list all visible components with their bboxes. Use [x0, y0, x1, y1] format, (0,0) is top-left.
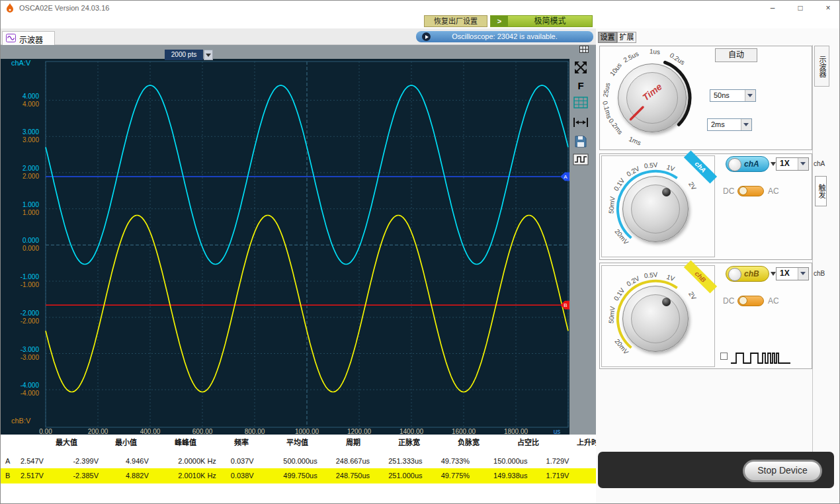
grid-toggle-icon[interactable] [572, 97, 589, 112]
side-tab-oscilloscope[interactable]: 示波器 [814, 46, 829, 87]
tab-settings[interactable]: 设置 [598, 32, 617, 43]
chA-knob-indicator-dot [662, 188, 671, 196]
maximize-button[interactable]: □ [789, 1, 812, 15]
window-title: OSCA02E Version 24.03.16 [19, 4, 109, 12]
chA-probe-select[interactable]: 1X [776, 157, 809, 171]
measurement-value-cell: 150.000us [491, 454, 543, 468]
chA-y-tick: 0.000 [1, 237, 39, 244]
chA-coupling-toggle[interactable] [737, 186, 764, 196]
measurement-value-cell: 2.517V [18, 468, 70, 483]
measurement-value-cell: 149.938us [491, 468, 543, 483]
measurement-header-spacer [1, 436, 18, 449]
stop-device-button[interactable]: Stop Device [743, 460, 822, 482]
minimize-button[interactable]: – [761, 1, 784, 15]
factory-reset-button[interactable]: 恢复出厂设置 [424, 15, 487, 27]
device-control-panel: Stop Device [598, 452, 834, 488]
mini-grid-icon[interactable] [579, 46, 589, 53]
chA-y-tick: 2.000 [1, 165, 39, 172]
measurement-value-cell: 4.946V [123, 454, 175, 468]
minimal-mode-button[interactable]: > 极简模式 [490, 15, 593, 27]
chB-y-tick: -4.000 [1, 390, 39, 397]
measurement-table: 最大值最小值峰峰值频率平均值周期正脉宽负脉宽占空比上升时间有效值 A2.547V… [1, 435, 596, 483]
tab-oscilloscope-label: 示波器 [19, 34, 43, 45]
measurement-value-cell: -2.399V [70, 454, 122, 468]
sine-wave-icon [6, 34, 16, 42]
points-dropdown[interactable]: 2000 pts [165, 50, 203, 60]
tab-oscilloscope[interactable]: 示波器 [2, 31, 55, 45]
measurement-header-cell: 占空比 [480, 436, 539, 449]
measurement-value-cell: 1.719V [544, 468, 596, 483]
marker-flag-label: A [564, 174, 567, 180]
measurement-value-cell: 1.729V [544, 454, 596, 468]
chA-y-tick: 4.000 [1, 93, 39, 100]
f-mode-button[interactable]: F [572, 78, 589, 94]
pulse-mode-checkbox[interactable] [720, 353, 728, 360]
chA-volts-knob-inner [631, 185, 680, 233]
horizontal-measure-icon[interactable] [572, 116, 589, 132]
chA-y-tick: -4.000 [1, 382, 39, 389]
measurement-header-cell: 频率 [196, 436, 249, 449]
chB-enable-toggle[interactable]: chB [726, 266, 769, 282]
chA-probe-value: 1X [780, 158, 790, 169]
chB-y-tick: 0.000 [1, 245, 39, 252]
measurement-value-cell: 4.882V [123, 468, 175, 483]
channel-label: A [1, 454, 18, 468]
chB-dc-label: DC [723, 296, 734, 306]
fit-screen-icon[interactable] [572, 60, 589, 75]
chB-y-tick: -3.000 [1, 355, 39, 361]
side-tab-chA[interactable]: chA [814, 160, 825, 167]
measurement-header-cell: 平均值 [249, 436, 308, 449]
sample-rate-select[interactable]: 50ns [710, 89, 756, 102]
minimal-mode-label: 极简模式 [508, 16, 592, 26]
chevron-down-icon [741, 119, 751, 130]
time-range-select[interactable]: 2ms [707, 118, 752, 131]
waveform-export-icon[interactable] [572, 153, 589, 169]
measurement-row-chA[interactable]: A2.547V-2.399V4.946V2.0000K Hz0.037V500.… [1, 454, 596, 468]
measurement-value-cell: 2.0010K Hz [175, 468, 228, 483]
measurement-row-chB[interactable]: B2.517V-2.385V4.882V2.0010K Hz0.038V499.… [1, 468, 596, 483]
measurement-value-cell: 251.333us [386, 454, 438, 468]
measurement-value-cell: 0.038V [228, 468, 280, 483]
chA-y-tick: 3.000 [1, 129, 39, 136]
measurement-header-cell: 最小值 [77, 436, 137, 449]
toggle-knob [739, 187, 747, 195]
chevron-down-icon [745, 90, 755, 101]
side-tab-trigger[interactable]: 触发 [815, 176, 827, 206]
chA-y-tick: -3.000 [1, 347, 39, 353]
auto-button[interactable]: 自动 [715, 48, 757, 62]
close-button[interactable]: × [817, 1, 839, 15]
chA-enable-toggle[interactable]: chA [726, 156, 769, 172]
chB-coupling-toggle[interactable] [737, 296, 764, 306]
chB-probe-select[interactable]: 1X [776, 267, 809, 280]
chA-ac-label: AC [768, 187, 779, 196]
chA-toggle-label: chA [744, 159, 759, 169]
tab-extend[interactable]: 扩展 [617, 32, 636, 43]
chA-axis-label: chA:V [11, 59, 30, 67]
measurement-value-cell: -2.385V [70, 468, 122, 483]
measurement-header-cell: 最大值 [18, 436, 77, 449]
chB-y-tick: -1.000 [1, 282, 39, 288]
knob-scale-label: 1us [649, 48, 660, 56]
measurement-value-cell: 500.000us [280, 454, 333, 468]
chB-y-tick: 2.000 [1, 173, 39, 180]
measurement-value-cell: 499.750us [280, 468, 333, 483]
chB-probe-value: 1X [780, 268, 790, 279]
points-dropdown-arrow-icon[interactable] [204, 50, 213, 60]
measurement-value-cell: 49.775% [439, 468, 491, 483]
oscilloscope-app-window: OSCA02E Version 24.03.16 – □ × 恢复出厂设置 > … [0, 0, 840, 504]
measurement-value-cell: 2.0000K Hz [175, 454, 228, 468]
save-icon[interactable] [572, 135, 589, 151]
chevron-down-icon[interactable] [771, 162, 776, 169]
chB-y-tick: 1.000 [1, 210, 39, 216]
title-bar: OSCA02E Version 24.03.16 – □ × [1, 1, 839, 15]
measurement-value-cell: 251.000us [386, 468, 438, 483]
chB-y-tick: 4.000 [1, 101, 39, 108]
sample-rate-value: 50ns [714, 90, 730, 101]
side-tab-chB[interactable]: chB [814, 270, 825, 277]
toggle-knob [739, 296, 747, 305]
device-status-text: Oscilloscope: 23042 is available. [452, 32, 558, 40]
channel-label: B [1, 468, 18, 483]
device-status-banner: Oscilloscope: 23042 is available. [416, 31, 593, 42]
chevron-down-icon[interactable] [771, 272, 776, 278]
chB-knob-indicator-dot [662, 298, 671, 306]
